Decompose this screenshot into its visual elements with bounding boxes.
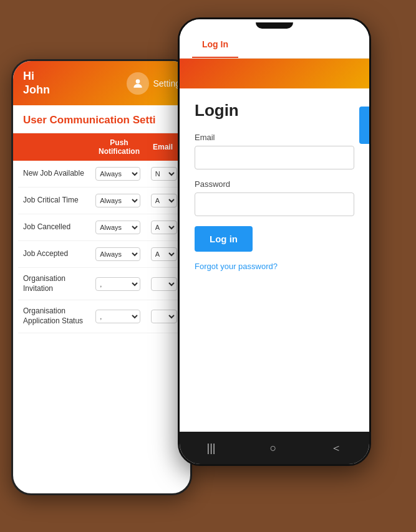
- push-select-new-job[interactable]: AlwaysNeverDaily: [95, 167, 140, 181]
- row-push-new-job[interactable]: AlwaysNeverDaily: [94, 167, 143, 181]
- row-email-org-invitation[interactable]: A: [148, 277, 180, 291]
- table-header: Push Notification Email: [13, 133, 190, 161]
- col-email-header: Email: [145, 143, 180, 151]
- orange-bar: [180, 59, 369, 88]
- table-row: Job Critical Time AlwaysNever AN: [18, 188, 185, 214]
- col-push-header: Push Notification: [93, 138, 145, 156]
- table-row: Job Accepted AlwaysNever AN: [18, 241, 185, 268]
- tab-bar: Log In: [180, 32, 369, 59]
- row-label-org-application: Organisation Application Status: [23, 306, 89, 326]
- table-row: Organisation Application Status ,Always …: [18, 300, 185, 333]
- forgot-password-link[interactable]: Forgot your password?: [195, 262, 278, 271]
- blue-side-button: [359, 107, 369, 144]
- row-email-org-application[interactable]: A: [148, 310, 180, 323]
- row-push-org-application[interactable]: ,Always: [94, 310, 143, 323]
- push-select-job-cancelled[interactable]: AlwaysNever: [95, 221, 140, 234]
- row-email-new-job[interactable]: NA: [148, 167, 180, 181]
- email-select-org-application[interactable]: A: [151, 310, 177, 323]
- table-row: New Job Available AlwaysNeverDaily NA: [18, 161, 185, 188]
- row-label-org-invitation: Organisation Invitation: [23, 274, 89, 293]
- row-email-job-cancelled[interactable]: AN: [148, 221, 180, 234]
- email-select-job-cancelled[interactable]: AN: [151, 221, 177, 234]
- push-select-job-critical[interactable]: AlwaysNever: [95, 194, 140, 207]
- login-content: Login Email Password Log in Forgot your …: [180, 88, 369, 284]
- email-select-org-invitation[interactable]: A: [151, 277, 177, 291]
- row-label-job-accepted: Job Accepted: [23, 249, 89, 259]
- right-phone: Log In Login Email Password Log in Forgo…: [178, 17, 371, 466]
- email-input[interactable]: [195, 146, 354, 169]
- password-input[interactable]: [195, 192, 354, 216]
- left-phone-header: Hi John Setting: [13, 61, 190, 105]
- push-select-org-application[interactable]: ,Always: [95, 310, 140, 323]
- phone-footer: ||| ○ ＜: [180, 432, 369, 464]
- avatar: [127, 72, 149, 95]
- table-row: Organisation Invitation ,Always A: [18, 268, 185, 300]
- row-label-new-job: New Job Available: [23, 169, 89, 179]
- password-label: Password: [195, 179, 354, 189]
- row-label-job-cancelled: Job Cancelled: [23, 222, 89, 232]
- row-label-job-critical: Job Critical Time: [23, 196, 89, 206]
- table-row: Job Cancelled AlwaysNever AN: [18, 214, 185, 241]
- row-email-job-accepted[interactable]: AN: [148, 247, 180, 261]
- left-phone: Hi John Setting User Communication Setti…: [11, 59, 192, 495]
- row-push-job-critical[interactable]: AlwaysNever: [94, 194, 143, 207]
- notch: [256, 22, 293, 29]
- push-select-org-invitation[interactable]: ,Always: [95, 277, 140, 291]
- nav-icon-back[interactable]: ＜: [331, 440, 342, 455]
- email-select-job-accepted[interactable]: AN: [151, 247, 177, 261]
- row-push-job-accepted[interactable]: AlwaysNever: [94, 247, 143, 261]
- svg-point-0: [136, 79, 140, 83]
- row-email-job-critical[interactable]: AN: [148, 194, 180, 207]
- settings-label: Setting: [153, 78, 180, 88]
- row-push-job-cancelled[interactable]: AlwaysNever: [94, 221, 143, 234]
- email-label: Email: [195, 133, 354, 142]
- push-select-job-accepted[interactable]: AlwaysNever: [95, 247, 140, 261]
- login-title: Login: [195, 101, 354, 120]
- settings-table: New Job Available AlwaysNeverDaily NA Jo…: [13, 161, 190, 333]
- nav-icon-menu[interactable]: |||: [207, 442, 216, 455]
- settings-area[interactable]: Setting: [127, 72, 180, 95]
- page-title: User Communication Setti: [13, 105, 190, 133]
- greeting: Hi John: [23, 70, 50, 97]
- nav-icon-home[interactable]: ○: [270, 442, 277, 455]
- top-bar: [180, 19, 369, 32]
- row-push-org-invitation[interactable]: ,Always: [94, 277, 143, 291]
- email-select-new-job[interactable]: NA: [151, 167, 177, 181]
- email-select-job-critical[interactable]: AN: [151, 194, 177, 207]
- tab-login[interactable]: Log In: [192, 32, 238, 58]
- login-button[interactable]: Log in: [195, 226, 253, 252]
